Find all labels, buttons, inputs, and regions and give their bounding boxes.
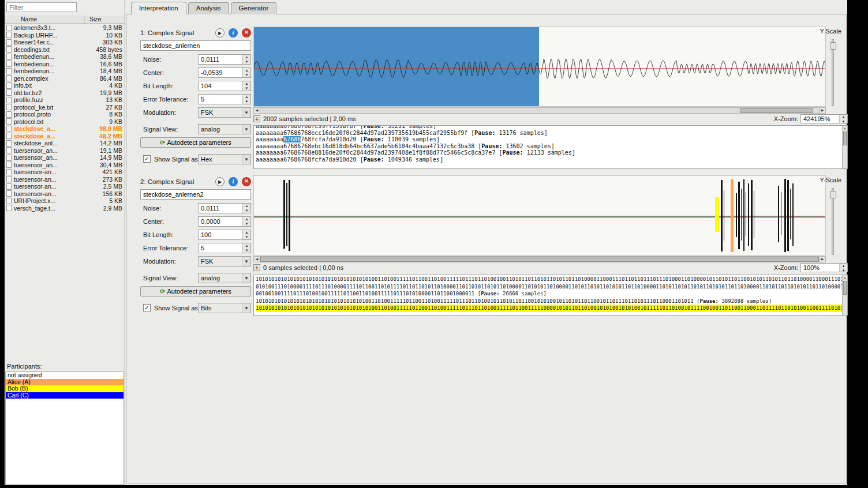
signal-view-select[interactable]: analog ▼ xyxy=(198,124,251,134)
file-row[interactable]: profile.fuzz 13 KB xyxy=(5,96,125,104)
scrollbar-thumb[interactable] xyxy=(260,257,819,262)
tab-interpretation[interactable]: Interpretation xyxy=(131,2,186,14)
spinner-arrows-icon[interactable]: ▲▼ xyxy=(242,68,250,77)
file-row[interactable]: fernbedienun... 38,6 MB xyxy=(5,53,125,61)
file-row[interactable]: steckdose_a... 98,0 MB xyxy=(5,125,125,133)
hex-output-area[interactable]: aaaaaaaa67686768fc99ff1598fbf [Pause: 55… xyxy=(253,125,848,169)
bit-length-spinbox[interactable]: 104 ▲▼ xyxy=(198,81,251,91)
file-row[interactable]: old.tar.bz2 19,9 MB xyxy=(5,89,125,97)
scroll-left-icon[interactable]: ◀ xyxy=(254,108,260,113)
show-signal-as-select[interactable]: Hex ▼ xyxy=(198,154,251,164)
file-row[interactable]: tuersensor-an... 421 KB xyxy=(5,168,125,176)
file-row[interactable]: URHProject.x... 5 KB xyxy=(5,197,125,205)
msg-vscrollbar[interactable]: ▲ xyxy=(842,126,847,168)
spinner-arrows-icon[interactable]: ▲▼ xyxy=(242,204,250,213)
file-row[interactable]: versch_tage.t... 2,9 MB xyxy=(5,205,125,212)
center-spinbox[interactable]: 0,0000 ▲▼ xyxy=(198,216,251,227)
scrollbar-thumb[interactable] xyxy=(843,281,847,295)
bits-output-area[interactable]: 1010101010101010101010101010101010101001… xyxy=(253,275,848,316)
protocol-message[interactable]: 0010010011110111010010011111011001101001… xyxy=(256,290,845,298)
close-signal-button[interactable]: ✕ xyxy=(242,177,251,186)
file-row[interactable]: info.txt 4 KB xyxy=(5,82,125,89)
spinner-arrows-icon[interactable]: ▲▼ xyxy=(242,55,250,64)
protocol-message[interactable]: 0101001110100001111011101000011110110011… xyxy=(256,283,845,291)
spinner-arrows-icon[interactable]: ▲▼ xyxy=(242,95,250,104)
file-row[interactable]: tuersensor_an... 14,9 MB xyxy=(5,154,125,162)
protocol-message[interactable]: 1010101010101010101010101010101010101001… xyxy=(256,305,845,312)
file-row[interactable]: tuersensor_an... 19,1 MB xyxy=(5,147,125,155)
close-signal-button[interactable]: ✕ xyxy=(242,28,251,37)
file-row[interactable]: anlernen3x3.t... 9,3 MB xyxy=(5,24,125,32)
autodetect-button[interactable]: ⟳Autodetect parameters xyxy=(140,137,251,148)
error-tolerance-spinbox[interactable]: 5 ▲▼ xyxy=(198,94,251,104)
protocol-message[interactable]: aaaaaaaa67686768fcfa7da910d20 [Pause: 11… xyxy=(256,136,845,143)
noise-spinbox[interactable]: 0,0111 ▲▼ xyxy=(198,203,251,213)
spinner-arrows-icon[interactable]: ▲▼ xyxy=(839,115,847,123)
participant-row[interactable]: Carl (C) xyxy=(6,392,124,399)
file-row[interactable]: protocol_ke.txt 27 KB xyxy=(5,104,125,111)
file-row[interactable]: protocol.proto 8 KB xyxy=(5,111,125,118)
file-row[interactable]: tuersensor_an... 30,4 MB xyxy=(5,162,125,169)
file-row[interactable]: Boeser14er.c... 303 KB xyxy=(5,39,125,46)
protocol-message[interactable]: 1010101010101010101010101010101010101001… xyxy=(256,276,845,283)
msg-vscrollbar[interactable]: ▲ xyxy=(842,275,847,315)
signal-2-hscrollbar[interactable]: ◀ ▶ xyxy=(253,256,826,262)
play-button[interactable]: ▶ xyxy=(215,28,225,37)
scrollbar-thumb[interactable] xyxy=(740,108,813,113)
file-row[interactable]: gen.complex 86,4 MB xyxy=(5,75,125,82)
tab-generator[interactable]: Generator xyxy=(231,2,277,14)
protocol-message[interactable]: aaaaaaaa67686768ebc16d818db64bc6637ade5b… xyxy=(256,143,845,150)
zoom-in-button[interactable]: + xyxy=(253,115,260,122)
spinner-arrows-icon[interactable]: ▲▼ xyxy=(839,264,847,272)
slider-handle[interactable] xyxy=(830,191,836,198)
protocol-message[interactable]: aaaaaaaa67686768ecc16de20f0c2844d97ad239… xyxy=(256,130,845,137)
signal-name-input[interactable] xyxy=(140,189,251,200)
zoom-in-button[interactable]: + xyxy=(253,264,260,271)
x-zoom-spinbox[interactable]: 424195% ▲▼ xyxy=(800,114,848,123)
protocol-message[interactable]: 1010101010101010101010101010101010100110… xyxy=(256,298,845,305)
protocol-message[interactable]: aaaaaaaa67686768e8816de20f0c2844d97ad239… xyxy=(256,149,845,156)
modulation-select[interactable]: FSK ▼ xyxy=(198,256,251,266)
scroll-left-icon[interactable]: ◀ xyxy=(254,257,260,262)
scroll-right-icon[interactable]: ▶ xyxy=(819,108,825,113)
y-scale-slider[interactable] xyxy=(832,39,834,106)
play-button[interactable]: ▶ xyxy=(215,177,225,186)
signal-view-select[interactable]: analog ▼ xyxy=(198,273,251,283)
error-tolerance-spinbox[interactable]: 5 ▲▼ xyxy=(198,243,251,253)
file-row[interactable]: tuersensor-an... 2,5 MB xyxy=(5,183,125,190)
file-row[interactable]: tuersensor-an... 273 KB xyxy=(5,176,125,183)
protocol-message[interactable]: aaaaaaaa67686768fcfa7da910d20 [Pause: 10… xyxy=(256,156,845,163)
info-button[interactable]: i xyxy=(229,28,238,37)
file-row[interactable]: fernbedienun... 18,4 MB xyxy=(5,67,125,75)
spinner-arrows-icon[interactable]: ▲▼ xyxy=(242,230,250,239)
file-row[interactable]: Backup.URHP... 10 KB xyxy=(5,32,125,39)
y-scale-slider[interactable] xyxy=(832,188,834,255)
signal-plot-1[interactable] xyxy=(253,27,826,107)
file-row[interactable]: protocol.txt 9 KB xyxy=(5,118,125,126)
spinner-arrows-icon[interactable]: ▲▼ xyxy=(242,243,250,253)
file-row[interactable]: decodings.txt 458 bytes xyxy=(5,46,125,54)
signal-1-hscrollbar[interactable]: ◀ ▶ xyxy=(253,107,826,114)
noise-spinbox[interactable]: 0,0111 ▲▼ xyxy=(198,54,251,65)
slider-handle[interactable] xyxy=(830,42,836,50)
bit-length-spinbox[interactable]: 100 ▲▼ xyxy=(198,230,251,240)
file-row[interactable]: tuersensor-an... 156 KB xyxy=(5,190,125,198)
filter-input[interactable] xyxy=(6,2,77,12)
center-spinbox[interactable]: -0,0539 ▲▼ xyxy=(198,67,251,78)
modulation-select[interactable]: FSK ▼ xyxy=(198,107,251,118)
file-row[interactable]: steckdose_anl... 14,2 MB xyxy=(5,140,125,147)
scroll-right-icon[interactable]: ▶ xyxy=(819,257,825,262)
spinner-arrows-icon[interactable]: ▲▼ xyxy=(242,217,250,226)
file-row[interactable]: steckdose_a... 48,2 MB xyxy=(5,133,125,140)
show-signal-checkbox[interactable]: ✓ xyxy=(143,304,151,311)
show-signal-as-select[interactable]: Bits ▼ xyxy=(198,303,251,313)
info-button[interactable]: i xyxy=(229,177,238,186)
column-header-name[interactable]: Name xyxy=(5,16,84,23)
protocol-message[interactable]: aaaaaaaa67686768fc99ff1598fbf [Pause: 55… xyxy=(256,125,845,130)
autodetect-button[interactable]: ⟳Autodetect parameters xyxy=(140,286,251,296)
file-table-header[interactable]: Name Size xyxy=(5,16,125,24)
scrollbar-thumb[interactable] xyxy=(843,132,847,145)
spinner-arrows-icon[interactable]: ▲▼ xyxy=(242,81,250,91)
x-zoom-spinbox[interactable]: 100% ▲▼ xyxy=(800,263,848,272)
show-signal-checkbox[interactable]: ✓ xyxy=(143,155,151,163)
